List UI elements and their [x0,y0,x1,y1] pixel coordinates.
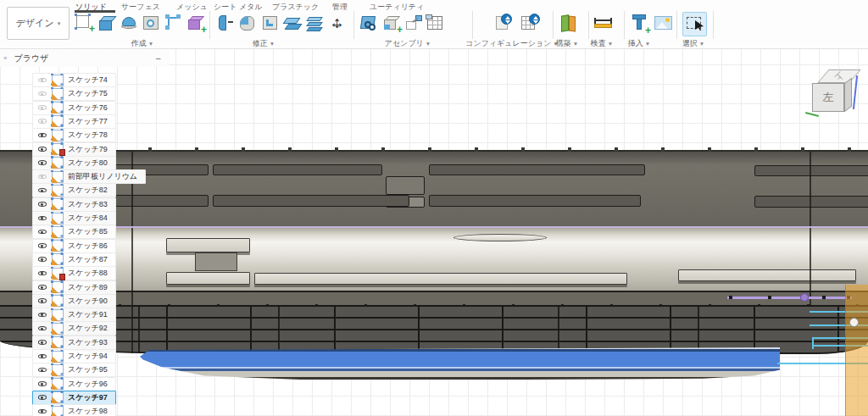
sketch-name: スケッチ85 [68,226,108,237]
browser-sketch-row[interactable]: スケッチ93 [32,336,116,350]
sketch-point-marker[interactable] [849,318,859,327]
model-hull[interactable] [0,150,868,389]
plastic-boss-icon[interactable] [261,13,281,35]
visibility-eye-icon[interactable] [37,158,47,168]
viewport-canvas[interactable]: 上 左 [0,48,868,416]
visibility-eye-icon[interactable] [37,393,47,402]
visibility-eye-icon[interactable] [37,324,47,333]
browser-sketch-row[interactable]: スケッチ78 [32,128,116,142]
visibility-eye-icon[interactable] [37,89,47,98]
deck-railing-posts [102,147,868,152]
tab-manage[interactable]: 管理 [332,2,348,13]
visibility-eye-icon[interactable] [37,103,47,113]
browser-sketch-row[interactable]: スケッチ84 [32,211,116,225]
sketch-icon [52,88,64,100]
new-component-icon[interactable]: + [382,13,403,35]
browser-sketch-row[interactable]: スケッチ87 [32,252,116,267]
visibility-eye-icon[interactable] [37,214,47,223]
browser-sketch-row[interactable]: スケッチ91 [32,308,116,322]
browser-sketch-row[interactable]: スケッチ74 [32,73,116,87]
browser-sketch-row[interactable]: スケッチ94 [32,349,116,363]
visibility-eye-icon[interactable] [37,227,47,236]
insert-derive-icon[interactable] [359,13,380,35]
selected-hull-bottom-profile[interactable] [140,347,780,380]
axis-z-indicator [853,75,858,109]
visibility-eye-icon[interactable] [37,310,47,319]
create-sketch-icon[interactable]: + [75,13,95,35]
view-cube-top-face[interactable]: 上 [817,69,860,83]
tab-surface[interactable]: サーフェス [121,2,160,13]
sheet-flange-icon[interactable] [215,13,236,35]
sketch-line-cyan[interactable] [812,337,814,349]
bom-table-icon[interactable] [426,13,446,35]
browser-sketch-row[interactable]: スケッチ97 [32,391,116,405]
browser-sketch-row[interactable]: スケッチ79 [32,142,116,157]
collapse-panel-icon[interactable]: « [3,54,7,62]
extrude-icon[interactable] [97,13,117,35]
spline-control-point[interactable] [800,293,809,302]
chevron-down-icon: ▼ [270,41,275,47]
visibility-eye-icon[interactable] [37,200,47,209]
insert-tspline-icon[interactable]: + [631,13,651,35]
visibility-eye-icon[interactable] [37,407,47,416]
visibility-eye-icon[interactable] [37,283,47,292]
sketch-icon [52,309,64,321]
visibility-eye-icon[interactable] [37,255,47,264]
view-cube-front-face[interactable]: 左 [812,83,844,112]
construct-plane-icon[interactable] [559,13,579,35]
tab-plastic[interactable]: プラスチック [272,2,319,13]
browser-sketch-row[interactable]: スケッチ85 [32,225,116,239]
visibility-eye-icon[interactable] [37,172,47,181]
browser-sketch-row[interactable]: 前部甲板リノリウム [32,169,146,184]
browser-header: « ブラウザ − [0,49,170,67]
visibility-eye-icon[interactable] [37,269,47,278]
visibility-eye-icon[interactable] [37,338,47,347]
sketch-spline[interactable] [727,297,852,299]
configuration-table-icon[interactable] [520,13,541,35]
design-menu-button[interactable]: デザイン ▾ [7,7,70,40]
visibility-eye-icon[interactable] [37,130,47,140]
tab-sheetmetal[interactable]: シート メタル [214,2,263,13]
surface-patch-icon[interactable] [120,13,140,35]
view-cube[interactable]: 上 左 [805,65,861,118]
insert-image-icon[interactable] [654,13,674,35]
browser-sketch-row[interactable]: スケッチ95 [32,363,116,377]
minimize-panel-icon[interactable]: − [156,53,161,64]
visibility-eye-icon[interactable] [37,186,47,195]
browser-sketch-row[interactable]: スケッチ98 [32,404,116,416]
visibility-eye-icon[interactable] [37,241,47,251]
configure-icon[interactable] [494,13,515,35]
measure-icon[interactable] [593,13,614,35]
browser-sketch-row[interactable]: スケッチ86 [32,239,116,253]
browser-sketch-row[interactable]: スケッチ80 [32,156,116,170]
visibility-eye-icon[interactable] [37,297,47,306]
visibility-eye-icon[interactable] [37,145,47,154]
browser-sketch-row[interactable]: スケッチ82 [32,183,116,197]
select-tool-icon[interactable] [682,12,707,36]
plastic-rib-icon[interactable] [283,13,303,35]
browser-sketch-row[interactable]: スケッチ75 [32,86,116,101]
tab-mesh[interactable]: メッシュ [176,2,208,13]
visibility-eye-icon[interactable] [37,75,47,85]
browser-sketch-row[interactable]: スケッチ77 [32,114,116,129]
view-cube-right-face[interactable] [844,77,852,112]
joint-icon[interactable] [404,13,425,35]
move-icon[interactable]: ↔ ↕ [327,13,348,35]
bend-icon[interactable] [238,13,259,35]
visibility-eye-icon[interactable] [37,365,47,374]
visibility-eye-icon[interactable] [37,352,47,361]
browser-sketch-row[interactable]: スケッチ96 [32,377,116,391]
browser-sketch-row[interactable]: スケッチ92 [32,321,116,336]
browser-sketch-row[interactable]: スケッチ76 [32,101,116,115]
tab-utilities[interactable]: ユーティリティ [370,2,424,13]
visibility-eye-icon[interactable] [37,117,47,126]
browser-sketch-row[interactable]: スケッチ88 [32,266,116,280]
browser-sketch-row[interactable]: スケッチ83 [32,197,116,212]
insert-mesh-icon[interactable]: + [186,13,207,35]
browser-sketch-row[interactable]: スケッチ90 [32,294,116,308]
mesh-edit-icon[interactable] [164,13,185,35]
thicken-layers-icon[interactable] [305,13,326,35]
visibility-eye-icon[interactable] [37,380,47,389]
browser-sketch-row[interactable]: スケッチ89 [32,280,116,295]
revolve-surface-icon[interactable] [142,13,162,35]
